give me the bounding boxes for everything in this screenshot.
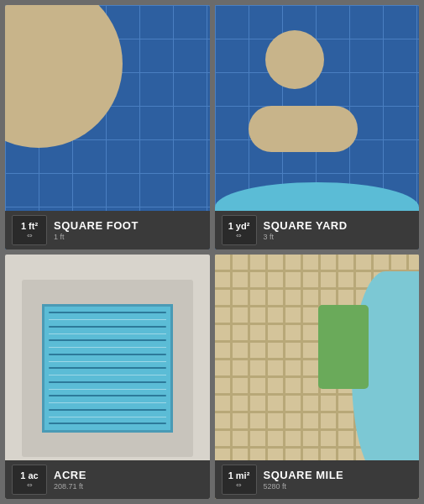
pool-lane-div-5 [49, 375, 166, 375]
label-subtitle-acre: 208.71 ft [54, 482, 86, 491]
pool-lane-9 [49, 423, 166, 424]
label-title-sqyd: SQUARE YARD [264, 219, 348, 232]
pool-lane-div-3 [49, 347, 166, 348]
panel-label-acre: 1 ac ⇔ ACRE 208.71 ft [5, 460, 210, 499]
label-text-sqyd: SQUARE YARD 3 ft [264, 219, 348, 241]
unit-arrows-sqmi: ⇔ [236, 482, 242, 489]
person-body [249, 106, 358, 152]
panel-label-square-foot: 1 ft² ⇔ SQUARE FOOT 1 ft [5, 211, 210, 249]
pool-lane-6 [49, 381, 166, 383]
panel-label-square-mile: 1 mi² ⇔ SQUARE MILE 5280 ft [215, 460, 420, 499]
pool-lane-7 [49, 395, 166, 396]
person-head [265, 30, 324, 89]
label-title-acre: ACRE [54, 469, 86, 481]
unit-badge-sqyd: 1 yd² ⇔ [222, 215, 257, 245]
pool-lane-div-4 [49, 361, 166, 362]
unit-main-sqyd: 1 yd² [228, 221, 250, 232]
park-feature [318, 305, 369, 389]
label-text-acre: ACRE 208.71 ft [54, 469, 86, 491]
pool-lane-div-8 [49, 417, 166, 417]
swimming-pool [42, 304, 173, 433]
pool-lane-div-6 [49, 389, 166, 390]
panel-square-foot: 1 ft² ⇔ SQUARE FOOT 1 ft [5, 5, 210, 249]
pool-lane-div-1 [49, 319, 166, 320]
pool-lane-div-2 [49, 333, 166, 334]
label-text-sqft: SQUARE FOOT 1 ft [54, 219, 139, 241]
unit-arrows-acre: ⇔ [27, 482, 33, 489]
unit-main-sqft: 1 ft² [21, 221, 38, 232]
unit-main-acre: 1 ac [20, 470, 38, 481]
pool-lane-8 [49, 409, 166, 411]
unit-main-sqmi: 1 mi² [228, 470, 250, 481]
unit-badge-sqft: 1 ft² ⇔ [12, 215, 47, 245]
unit-badge-acre: 1 ac ⇔ [12, 465, 47, 495]
pool-lane-3 [49, 339, 166, 341]
label-title-sqft: SQUARE FOOT [54, 219, 139, 232]
panel-label-square-yard: 1 yd² ⇔ SQUARE YARD 3 ft [215, 211, 420, 249]
unit-arrows-sqft: ⇔ [27, 233, 33, 239]
label-subtitle-sqyd: 3 ft [264, 233, 348, 241]
pool-lane-div-7 [49, 402, 166, 403]
label-subtitle-sqmi: 5280 ft [264, 482, 344, 491]
panel-square-mile: 1 mi² ⇔ SQUARE MILE 5280 ft [215, 255, 420, 499]
label-text-sqmi: SQUARE MILE 5280 ft [264, 469, 344, 491]
pool-container [22, 280, 193, 457]
pool-lane-2 [49, 326, 166, 328]
pool-lane-4 [49, 354, 166, 355]
panel-acre: 1 ac ⇔ ACRE 208.71 ft [5, 255, 210, 499]
panel-square-yard: 1 yd² ⇔ SQUARE YARD 3 ft [215, 5, 420, 249]
label-subtitle-sqft: 1 ft [54, 233, 139, 241]
unit-arrows-sqyd: ⇔ [236, 233, 242, 239]
unit-badge-sqmi: 1 mi² ⇔ [222, 465, 257, 495]
pool-lane-5 [49, 367, 166, 369]
label-title-sqmi: SQUARE MILE [264, 469, 344, 481]
pool-lane-1 [49, 312, 166, 313]
